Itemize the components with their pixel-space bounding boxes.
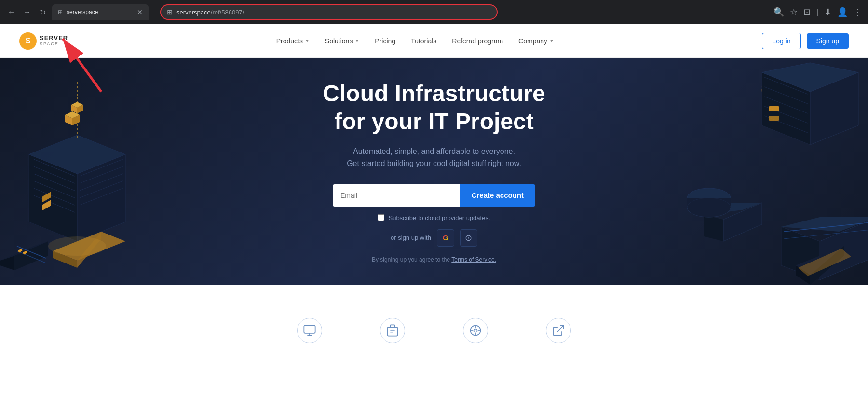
- menu-icon[interactable]: ⋮: [854, 7, 862, 17]
- search-icon[interactable]: 🔍: [773, 7, 784, 17]
- login-button[interactable]: Log in: [762, 33, 800, 49]
- subscribe-checkbox-row: Subscribe to cloud provider updates.: [323, 214, 545, 221]
- svg-line-77: [557, 326, 564, 332]
- hero-content: Cloud Infrastructure for your IT Project…: [313, 60, 555, 282]
- signup-button[interactable]: Sign up: [807, 33, 849, 49]
- hero-subtitle: Automated, simple, and affordable to eve…: [323, 145, 545, 170]
- bottom-icon-item: [463, 318, 488, 343]
- address-bar-site-icon: ⊞: [167, 8, 173, 16]
- site-header: S SERVER SPACE Products ▼ Solutions ▼ Pr…: [0, 24, 868, 58]
- chevron-down-icon: ▼: [549, 38, 554, 43]
- svg-point-72: [474, 329, 477, 332]
- social-signin-label: or sign up with: [391, 234, 431, 241]
- subscribe-checkbox[interactable]: [378, 214, 384, 221]
- nav-referral[interactable]: Referral program: [452, 37, 503, 45]
- address-bar-text: serverspace/ref/586097/: [176, 9, 244, 16]
- github-icon: ⊙: [465, 233, 472, 243]
- browser-reload-button[interactable]: ↻: [37, 6, 48, 18]
- browser-toolbar-right: 🔍 ☆ ⊡ | ⬇ 👤 ⋮: [773, 7, 862, 17]
- tos-link[interactable]: Terms of Service.: [451, 256, 496, 263]
- logo-icon: S: [19, 32, 37, 50]
- tab-close[interactable]: ✕: [137, 8, 143, 16]
- bottom-icon-item: [380, 318, 405, 343]
- profile-icon[interactable]: 👤: [837, 7, 848, 17]
- subscribe-label: Subscribe to cloud provider updates.: [388, 214, 490, 221]
- nav-products[interactable]: Products ▼: [276, 37, 310, 45]
- bottom-icon-item: [297, 318, 322, 343]
- logo-text: SERVER SPACE: [40, 35, 68, 46]
- star-icon[interactable]: ☆: [790, 7, 798, 17]
- email-input[interactable]: [333, 184, 460, 207]
- svg-marker-58: [704, 215, 723, 241]
- main-nav: Products ▼ Solutions ▼ Pricing Tutorials…: [276, 37, 554, 45]
- github-signin-button[interactable]: ⊙: [460, 229, 477, 247]
- svg-rect-64: [304, 326, 315, 333]
- google-icon: G: [443, 234, 448, 242]
- bottom-icon-2: [463, 318, 488, 343]
- nav-company[interactable]: Company ▼: [518, 37, 554, 45]
- address-bar[interactable]: ⊞ serverspace/ref/586097/: [160, 4, 498, 20]
- nav-tutorials[interactable]: Tutorials: [411, 37, 436, 45]
- bottom-icon-1: [380, 318, 405, 343]
- extensions-icon[interactable]: ⊡: [803, 7, 811, 17]
- svg-marker-29: [14, 241, 48, 270]
- chevron-down-icon: ▼: [354, 38, 359, 43]
- browser-back-button[interactable]: ←: [6, 6, 17, 18]
- logo[interactable]: S SERVER SPACE: [19, 32, 68, 50]
- bottom-icons-row: [297, 318, 571, 343]
- hero-section: Cloud Infrastructure for your IT Project…: [0, 58, 868, 285]
- nav-pricing[interactable]: Pricing: [375, 37, 395, 45]
- hero-right-illustration: [675, 58, 868, 285]
- header-actions: Log in Sign up: [762, 33, 849, 49]
- hero-title: Cloud Infrastructure for your IT Project: [323, 80, 545, 135]
- google-signin-button[interactable]: G: [437, 229, 454, 247]
- download-icon[interactable]: ⬇: [824, 7, 831, 17]
- tab-label: serverspace: [67, 9, 98, 15]
- hero-form: Create account: [333, 184, 535, 207]
- svg-rect-68: [388, 327, 398, 336]
- bottom-section: [0, 285, 868, 376]
- tos-text: By signing up you agree to the Terms of …: [323, 256, 545, 263]
- hero-left-illustration: [0, 58, 193, 285]
- svg-point-63: [687, 198, 731, 217]
- svg-point-28: [48, 236, 106, 256]
- create-account-button[interactable]: Create account: [460, 184, 535, 207]
- bottom-icon-item: [546, 318, 571, 343]
- svg-rect-47: [769, 116, 779, 121]
- bottom-icon-0: [297, 318, 322, 343]
- browser-controls: ← → ↻: [6, 6, 48, 18]
- address-bar-wrapper: ⊞ serverspace/ref/586097/: [160, 4, 498, 20]
- social-signin-row: or sign up with G ⊙: [323, 229, 545, 247]
- svg-rect-46: [769, 106, 779, 111]
- nav-solutions[interactable]: Solutions ▼: [325, 37, 360, 45]
- chevron-down-icon: ▼: [305, 38, 310, 43]
- bottom-icon-3: [546, 318, 571, 343]
- browser-forward-button[interactable]: →: [21, 6, 33, 18]
- browser-chrome: ← → ↻ ⊞ serverspace ✕ ⊞ serverspace/ref/…: [0, 0, 868, 24]
